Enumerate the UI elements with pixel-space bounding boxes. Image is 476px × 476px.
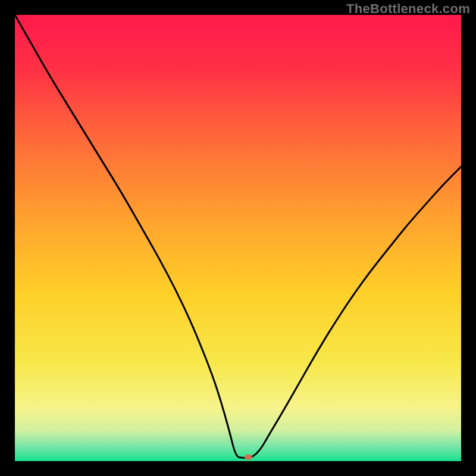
bottleneck-chart (15, 15, 461, 461)
min-point-marker (245, 455, 252, 460)
watermark-text: TheBottleneck.com (346, 1, 470, 17)
gradient-background (15, 15, 461, 461)
chart-canvas (15, 15, 461, 461)
